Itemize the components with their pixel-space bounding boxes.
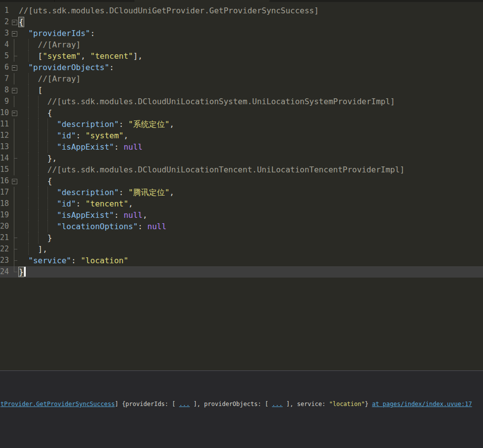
fold-toggle-icon[interactable] [9, 62, 19, 73]
token-key: "description" [57, 188, 119, 197]
code-line-22[interactable]: 22], [0, 244, 483, 255]
code-line-23[interactable]: 23"service": "location" [0, 255, 483, 266]
code-line-13[interactable]: 13"isAppExist": null [0, 141, 483, 153]
fold-guide [9, 198, 19, 209]
code-line-18[interactable]: 18"id": "tencent", [0, 198, 483, 209]
console-expand-link[interactable]: ... [272, 401, 283, 407]
indent-guide [28, 130, 29, 141]
fold-toggle-icon[interactable] [9, 175, 19, 187]
console-source-link[interactable]: tProvider.GetProviderSyncSuccess [0, 401, 115, 407]
token-key: "description" [57, 120, 119, 129]
code-line-5[interactable]: 5["system", "tencent"], [0, 50, 483, 62]
token-punctuation: , [129, 199, 133, 208]
token-punctuation: ], [38, 244, 47, 254]
token-punctuation: ], [133, 51, 142, 61]
token-key: "providerIds" [28, 29, 90, 38]
code-text: { [19, 16, 483, 28]
fold-toggle-icon[interactable] [9, 16, 19, 28]
indent-guide [47, 187, 48, 198]
code-line-15[interactable]: 15//[uts.sdk.modules.DCloudUniLocationTe… [0, 164, 483, 175]
console-expand-link[interactable]: ... [179, 401, 190, 407]
console-text: } [365, 401, 372, 407]
token-punctuation: , [142, 210, 147, 220]
line-number: 4 [0, 39, 9, 50]
fold-guide [9, 73, 19, 84]
line-number: 22 [0, 244, 9, 255]
code-text: //[uts.sdk.modules.DCloudUniLocationSyst… [19, 96, 483, 107]
code-text: "locationOptions": null [19, 221, 483, 232]
fold-toggle-icon[interactable] [9, 28, 19, 39]
code-line-21[interactable]: 21} [0, 232, 483, 244]
token-punctuation: { [47, 108, 52, 118]
token-key: "service" [28, 256, 71, 265]
code-line-2[interactable]: 2{ [0, 16, 483, 28]
console-log-line: tProvider.GetProviderSyncSuccess] {provi… [0, 399, 472, 409]
fold-guide [9, 164, 19, 175]
code-line-9[interactable]: 9//[uts.sdk.modules.DCloudUniLocationSys… [0, 96, 483, 107]
code-text: { [19, 175, 483, 187]
line-number: 24 [0, 266, 9, 278]
code-line-3[interactable]: 3"providerIds": [0, 28, 483, 39]
token-punctuation: }, [47, 154, 57, 163]
fold-guide [9, 50, 19, 62]
code-editor[interactable]: 1//[uts.sdk.modules.DCloudUniGetProvider… [0, 2, 483, 370]
indent-guide [28, 107, 29, 119]
code-line-4[interactable]: 4//[Array] [0, 39, 483, 50]
fold-toggle-icon[interactable] [9, 84, 19, 96]
code-text: [ [19, 84, 483, 96]
fold-guide [9, 244, 19, 255]
line-number: 21 [0, 232, 9, 244]
fold-guide [9, 130, 19, 141]
token-null: null [124, 142, 143, 152]
code-line-14[interactable]: 14}, [0, 153, 483, 164]
fold-guide [9, 119, 19, 130]
code-line-11[interactable]: 11"description": "系统定位", [0, 119, 483, 130]
token-comment: //[Array] [38, 74, 81, 83]
code-line-6[interactable]: 6"providerObjects": [0, 62, 483, 73]
fold-guide [9, 141, 19, 153]
code-text: ], [19, 244, 483, 255]
token-key: "id" [57, 199, 76, 208]
code-line-20[interactable]: 20"locationOptions": null [0, 221, 483, 232]
code-lines: 1//[uts.sdk.modules.DCloudUniGetProvider… [0, 5, 483, 278]
console-text: ], providerObjects: [ [190, 401, 272, 407]
code-line-16[interactable]: 16{ [0, 175, 483, 187]
token-punctuation: : [71, 256, 81, 265]
token-punctuation: [ [38, 51, 43, 61]
token-punctuation: : [90, 29, 95, 38]
console-text: ] {providerIds: [ [115, 401, 179, 407]
token-string: "系统定位" [129, 120, 170, 129]
code-text: ["system", "tencent"], [19, 50, 483, 62]
line-number: 23 [0, 255, 9, 266]
token-punctuation: : [114, 142, 124, 152]
matched-bracket: { [19, 17, 24, 27]
token-punctuation: , [81, 51, 90, 61]
line-number: 19 [0, 209, 9, 221]
line-number: 11 [0, 119, 9, 130]
code-line-24[interactable]: 24} [0, 266, 483, 278]
fold-guide [9, 255, 19, 266]
code-text: "providerObjects": [19, 62, 483, 73]
fold-guide [9, 96, 19, 107]
line-number: 10 [0, 107, 9, 119]
fold-toggle-icon[interactable] [9, 107, 19, 119]
indent-guide [38, 187, 39, 198]
code-line-10[interactable]: 10{ [0, 107, 483, 119]
code-text: }, [19, 153, 483, 164]
line-number: 16 [0, 175, 9, 187]
code-line-17[interactable]: 17"description": "腾讯定位", [0, 187, 483, 198]
line-number: 17 [0, 187, 9, 198]
token-punctuation: , [170, 120, 175, 129]
code-line-19[interactable]: 19"isAppExist": null, [0, 209, 483, 221]
code-line-1[interactable]: 1//[uts.sdk.modules.DCloudUniGetProvider… [0, 5, 483, 16]
fold-guide [9, 5, 19, 16]
token-comment: //[uts.sdk.modules.DCloudUniLocationTenc… [47, 165, 404, 174]
code-line-7[interactable]: 7//[Array] [0, 73, 483, 84]
fold-guide [9, 187, 19, 198]
token-punctuation: : [114, 210, 124, 220]
line-number: 13 [0, 141, 9, 153]
console-location-link[interactable]: at pages/index/index.uvue:17 [372, 401, 472, 407]
code-line-8[interactable]: 8[ [0, 84, 483, 96]
line-number: 8 [0, 84, 9, 96]
code-line-12[interactable]: 12"id": "system", [0, 130, 483, 141]
